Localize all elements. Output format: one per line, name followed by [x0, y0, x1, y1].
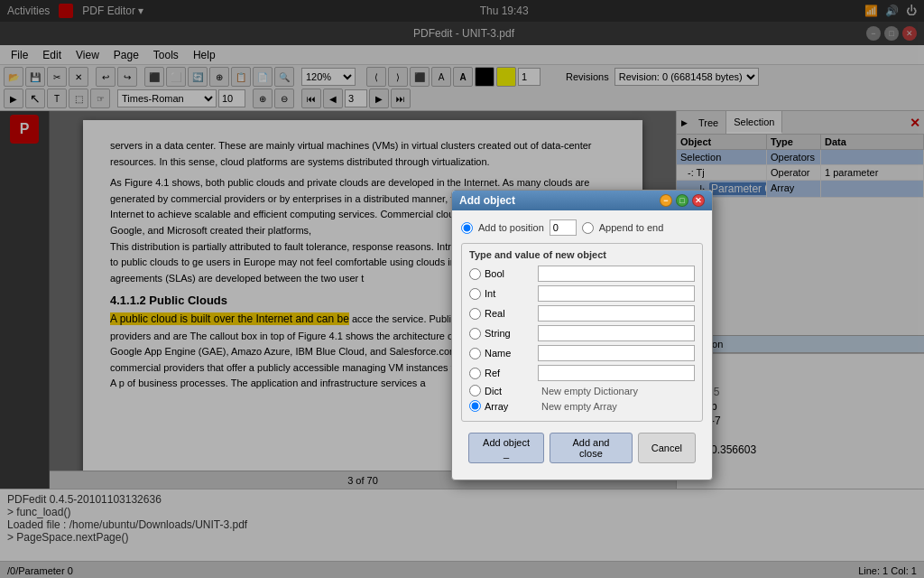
type-name-row: Name — [469, 345, 695, 361]
radio-add-position[interactable] — [461, 222, 473, 234]
type-int-row: Int — [469, 285, 695, 302]
type-section: Type and value of new object Bool Int Re… — [461, 243, 703, 422]
type-dict-label: Dict — [485, 386, 534, 396]
type-array-row: Array New empty Array — [469, 400, 695, 412]
type-dict-row: Dict New empty Dictionary — [469, 385, 695, 396]
radio-ref[interactable] — [469, 368, 481, 379]
modal-footer: Add object _ Add and close Cancel — [461, 429, 703, 471]
bool-input[interactable] — [538, 266, 695, 282]
add-object-modal: Add object − □ ✕ Add to position Append … — [451, 190, 713, 480]
modal-title-text: Add object — [459, 194, 515, 207]
real-input[interactable] — [538, 305, 695, 322]
type-ref-row: Ref — [469, 365, 695, 381]
modal-max-btn[interactable]: □ — [676, 194, 688, 207]
type-bool-row: Bool — [469, 266, 695, 282]
add-object-button[interactable]: Add object _ — [468, 433, 544, 463]
modal-body: Add to position Append to end Type and v… — [452, 210, 712, 480]
radio-name[interactable] — [469, 348, 481, 359]
modal-title-bar: Add object − □ ✕ — [452, 191, 712, 210]
type-string-row: String — [469, 325, 695, 341]
section-title: Type and value of new object — [469, 249, 695, 260]
radio-array[interactable] — [469, 400, 481, 412]
type-array-label: Array — [485, 401, 534, 412]
array-empty-label: New empty Array — [541, 401, 617, 412]
position-label: Add to position — [478, 222, 544, 233]
type-int-label: Int — [485, 288, 534, 299]
type-name-label: Name — [485, 348, 534, 359]
append-label: Append to end — [599, 222, 664, 233]
radio-real[interactable] — [469, 308, 481, 320]
radio-string[interactable] — [469, 328, 481, 340]
ref-input[interactable] — [538, 365, 695, 381]
type-ref-label: Ref — [485, 368, 534, 378]
radio-int[interactable] — [469, 288, 481, 300]
position-row: Add to position Append to end — [461, 219, 703, 236]
type-real-row: Real — [469, 305, 695, 322]
cancel-button[interactable]: Cancel — [638, 433, 696, 463]
dict-empty-label: New empty Dictionary — [541, 386, 638, 396]
type-real-label: Real — [485, 308, 534, 319]
name-input[interactable] — [538, 345, 695, 361]
add-and-close-button[interactable]: Add and close — [550, 433, 633, 463]
type-string-label: String — [485, 328, 534, 339]
string-input[interactable] — [538, 325, 695, 341]
position-input[interactable] — [550, 219, 577, 236]
modal-controls: − □ ✕ — [660, 194, 705, 207]
radio-append[interactable] — [582, 222, 594, 234]
type-bool-label: Bool — [485, 268, 534, 279]
radio-dict[interactable] — [469, 385, 481, 396]
int-input[interactable] — [538, 285, 695, 302]
modal-min-btn[interactable]: − — [660, 194, 672, 207]
modal-overlay: Add object − □ ✕ Add to position Append … — [0, 0, 924, 578]
modal-close-btn[interactable]: ✕ — [692, 194, 705, 207]
radio-bool[interactable] — [469, 268, 481, 280]
